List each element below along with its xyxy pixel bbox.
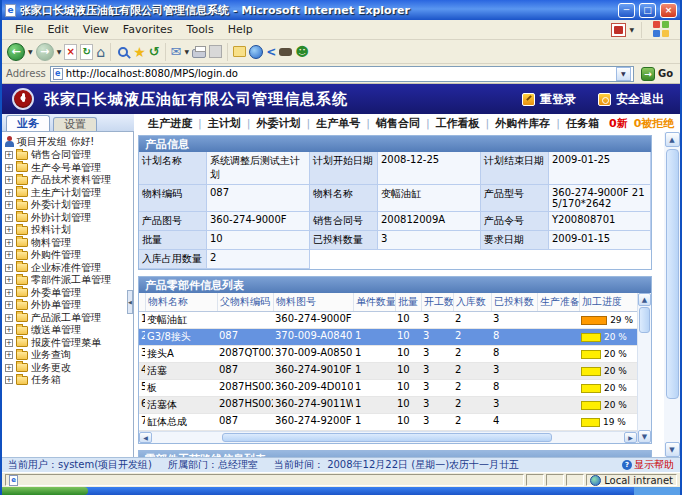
forward-dropdown-icon[interactable]: ▼ (57, 48, 62, 55)
tab-business[interactable]: 业务 (6, 115, 50, 131)
table-row[interactable]: 3接头A2087QT002370-009-A085011032820 % (139, 346, 637, 363)
table-row[interactable]: 6活塞体2087HS002360-274-9011W11032320 % (139, 397, 637, 414)
windows-taskbar[interactable] (2, 487, 680, 495)
sidebar-item-product-dispatch[interactable]: +产品派工单管理 (2, 312, 133, 325)
address-input[interactable]: e http://localhost:8080/MPS/login.do ▼ (50, 66, 634, 82)
scrollbar-thumb[interactable] (222, 433, 552, 442)
sidebar-item-sales-contract[interactable]: +销售合同管理 (2, 149, 133, 162)
logout-button[interactable]: 安全退出 (598, 91, 664, 108)
sidebar-item-standard-parts[interactable]: +企业标准件管理 (2, 262, 133, 275)
expand-icon[interactable]: + (5, 189, 13, 197)
expand-icon[interactable]: + (5, 264, 13, 272)
scroll-right-icon[interactable]: ▶ (624, 432, 637, 443)
go-button[interactable]: → Go (638, 67, 676, 81)
mail-button[interactable]: ✉ (171, 42, 182, 62)
main-vertical-scrollbar[interactable]: ▲ ▼ (664, 132, 680, 457)
show-help-link[interactable]: ? 显示帮助 (622, 458, 674, 472)
sidebar-item-purchased[interactable]: +外购件管理 (2, 249, 133, 262)
adobe-pdf-icon[interactable] (611, 23, 626, 37)
sidebar-item-task-box[interactable]: +任务箱 (2, 374, 133, 387)
table-row[interactable]: 4活塞087360-274-9010F11032320 % (139, 363, 637, 380)
menu-help[interactable]: Help (221, 23, 260, 36)
scroll-down-icon[interactable]: ▼ (638, 430, 651, 443)
expand-icon[interactable]: + (5, 326, 13, 334)
table-row[interactable]: 1变幅油缸360-274-9000F1032329 % (139, 312, 637, 329)
refresh-button[interactable]: ↻ (80, 42, 93, 62)
menu-view[interactable]: View (76, 23, 116, 36)
scroll-up-icon[interactable]: ▲ (665, 132, 680, 147)
expand-icon[interactable]: + (5, 151, 13, 159)
sidebar-item-scrap[interactable]: +报废件管理菜单 (2, 337, 133, 350)
table-row[interactable]: 5板2087HS002360-209-4D01011032820 % (139, 380, 637, 397)
expand-icon[interactable]: + (5, 301, 13, 309)
nav-sales-contract[interactable]: 销售合同 (370, 116, 426, 131)
forward-button[interactable]: → (36, 42, 54, 62)
sidebar-item-parts-dispatch[interactable]: +零部件派工单管理 (2, 274, 133, 287)
expand-icon[interactable]: + (5, 289, 13, 297)
nav-master-plan[interactable]: 主计划 (202, 116, 247, 131)
expand-icon[interactable]: + (5, 239, 13, 247)
expand-icon[interactable]: + (5, 226, 13, 234)
maximize-button[interactable]: □ (639, 3, 656, 18)
expand-icon[interactable]: + (5, 201, 13, 209)
parts-vertical-scrollbar[interactable]: ▲ ▼ (637, 293, 651, 443)
expand-icon[interactable]: + (5, 164, 13, 172)
expand-icon[interactable]: + (5, 314, 13, 322)
nav-production-progress[interactable]: 生产进度 (142, 116, 198, 131)
expand-icon[interactable]: + (5, 251, 13, 259)
sidebar-item-master-plan[interactable]: +主生产计划管理 (2, 187, 133, 200)
stop-button[interactable]: × (64, 42, 77, 62)
edit-button[interactable] (209, 42, 222, 62)
menu-file[interactable]: File (8, 23, 40, 36)
sidebar-item-change[interactable]: +业务更改 (2, 362, 133, 375)
sidebar-item-assist-order[interactable]: +外协单管理 (2, 299, 133, 312)
menu-favorites[interactable]: Favorites (116, 23, 180, 36)
menu-edit[interactable]: Edit (40, 23, 75, 36)
back-button[interactable]: ← (7, 42, 25, 62)
msn-button[interactable]: < (266, 42, 276, 62)
start-button-fragment[interactable] (2, 487, 88, 495)
sidebar-item-material[interactable]: +物料管理 (2, 237, 133, 250)
relogin-button[interactable]: 重登录 (522, 91, 576, 108)
sidebar-item-order-no[interactable]: +生产令号单管理 (2, 162, 133, 175)
scrollbar-thumb[interactable] (639, 307, 650, 333)
address-dropdown-icon[interactable]: ▼ (616, 67, 631, 81)
table-row-selected[interactable]: 2G3/8接头087370-009-A084011032820 % (139, 329, 637, 346)
expand-icon[interactable]: + (5, 339, 13, 347)
expand-icon[interactable]: + (5, 351, 13, 359)
nav-production-order[interactable]: 生产单号 (310, 116, 366, 131)
back-dropdown-icon[interactable]: ▼ (28, 48, 33, 55)
home-button[interactable]: ⌂ (96, 42, 105, 62)
history-button[interactable]: ↺ (149, 42, 160, 62)
nav-work-board[interactable]: 工作看板 (430, 116, 486, 131)
discuss-button[interactable] (233, 42, 246, 62)
print-button[interactable] (192, 42, 206, 62)
research-button[interactable] (279, 42, 292, 62)
expand-icon[interactable]: + (5, 376, 13, 384)
nav-task-box[interactable]: 任务箱 (560, 116, 605, 131)
favorites-button[interactable]: ★ (133, 42, 146, 62)
menu-tools[interactable]: Tools (180, 23, 221, 36)
scrollbar-thumb[interactable] (666, 149, 679, 399)
tab-settings[interactable]: 设置 (53, 117, 97, 131)
search-button[interactable] (116, 42, 130, 62)
sidebar-item-delivery[interactable]: +缴送单管理 (2, 324, 133, 337)
sidebar-item-query[interactable]: +业务查询 (2, 349, 133, 362)
sidebar-item-assist-plan[interactable]: +外协计划管理 (2, 212, 133, 225)
sidebar-collapse-handle[interactable]: ◀ (127, 290, 133, 314)
horizontal-scrollbar[interactable]: ◀ ▶ (139, 431, 637, 443)
sidebar-item-outsource-order[interactable]: +外委单管理 (2, 287, 133, 300)
scroll-up-icon[interactable]: ▲ (638, 293, 651, 306)
pdf-dropdown-icon[interactable]: ▼ (629, 26, 634, 33)
table-row[interactable]: 7缸体总成087360-274-9200F11032419 % (139, 414, 637, 431)
nav-purchased-stock[interactable]: 外购件库存 (489, 116, 556, 131)
sidebar-item-feeding-plan[interactable]: +投料计划 (2, 224, 133, 237)
nav-outsource-plan[interactable]: 外委计划 (250, 116, 306, 131)
close-button[interactable]: × (660, 3, 677, 18)
web-button[interactable] (249, 42, 263, 62)
expand-icon[interactable]: + (5, 276, 13, 284)
expand-icon[interactable]: + (5, 214, 13, 222)
sidebar-item-outsource-plan[interactable]: +外委计划管理 (2, 199, 133, 212)
scroll-left-icon[interactable]: ◀ (139, 432, 152, 443)
messenger-button[interactable]: ☻ (295, 42, 309, 62)
